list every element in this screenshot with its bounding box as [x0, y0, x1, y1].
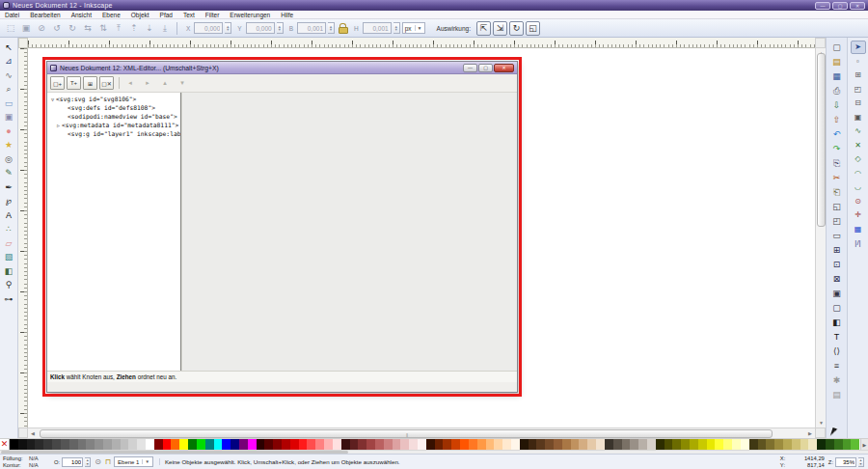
- tool-button[interactable]: ⊶: [2, 292, 16, 306]
- command-button[interactable]: ✂: [829, 171, 845, 184]
- dialog-titlebar[interactable]: Neues Dokument 12: XML-Editor... (Umscha…: [47, 62, 517, 74]
- command-button[interactable]: ▣: [829, 287, 845, 300]
- lock-ratio-icon[interactable]: [339, 23, 346, 33]
- toolbar-button[interactable]: ⇆: [81, 21, 95, 35]
- tool-button[interactable]: A: [2, 208, 16, 222]
- tool-button[interactable]: ●: [2, 124, 16, 138]
- height-field[interactable]: [363, 22, 392, 34]
- xml-tree[interactable]: ▽ <svg:svg id="svg8106"> <svg:defs id="d…: [47, 93, 182, 371]
- command-button[interactable]: ≡: [829, 359, 845, 372]
- snap-button[interactable]: ➤: [851, 41, 866, 54]
- affect-toggle-button[interactable]: ◱: [526, 21, 540, 36]
- width-field[interactable]: [297, 22, 326, 34]
- menu-item[interactable]: Ansicht: [70, 12, 93, 18]
- snap-button[interactable]: ⊞: [851, 69, 866, 82]
- tool-button[interactable]: ↖: [2, 41, 16, 54]
- tool-button[interactable]: ✒: [2, 180, 16, 194]
- xml-tree-node[interactable]: ▷ <svg:metadata id="metadata8111">: [47, 121, 180, 129]
- expander-icon[interactable]: ▷: [55, 123, 62, 128]
- tool-button[interactable]: ★: [2, 139, 16, 152]
- tool-button[interactable]: ∴: [2, 223, 16, 236]
- toolbar-button[interactable]: ⇣: [143, 21, 156, 35]
- toolbar-button[interactable]: ↻: [66, 21, 79, 35]
- snap-button[interactable]: ▦: [851, 223, 866, 236]
- opacity-spinner[interactable]: ▲▼: [85, 457, 91, 467]
- affect-toggle-button[interactable]: ⇲: [493, 21, 507, 36]
- palette-none-swatch[interactable]: ✕: [0, 439, 10, 450]
- menu-item[interactable]: Objekt: [130, 12, 150, 18]
- dialog-resize-area[interactable]: [47, 382, 517, 392]
- tool-button[interactable]: ▧: [2, 251, 16, 264]
- horizontal-scrollbar-thumb[interactable]: ‖: [40, 429, 773, 438]
- fill-value[interactable]: N/A: [29, 455, 50, 461]
- tool-button[interactable]: ◎: [2, 152, 16, 166]
- toolbar-button[interactable]: ⬚: [4, 21, 17, 35]
- stroke-value[interactable]: N/A: [29, 462, 50, 468]
- snap-button[interactable]: ◡: [851, 180, 866, 194]
- x-spinner[interactable]: ▲▼: [225, 22, 231, 34]
- command-button[interactable]: ⎗: [829, 185, 845, 199]
- xml-tree-node[interactable]: <sodipodi:namedview id="base">: [47, 112, 180, 121]
- affect-toggle-button[interactable]: ⇱: [476, 21, 491, 36]
- menu-item[interactable]: Text: [182, 12, 196, 18]
- window-control-button[interactable]: ▢: [832, 2, 848, 10]
- menu-item[interactable]: Pfad: [159, 12, 174, 18]
- command-button[interactable]: ↶: [829, 127, 845, 141]
- dialog-control-button[interactable]: ✕: [494, 64, 514, 72]
- command-button[interactable]: ◧: [829, 316, 845, 329]
- vertical-scrollbar[interactable]: ▲ ▼: [815, 48, 826, 428]
- snap-button[interactable]: ◠: [851, 167, 866, 180]
- dialog-control-button[interactable]: ▢: [478, 64, 493, 72]
- snap-button[interactable]: ◰: [851, 83, 866, 97]
- toolbar-button[interactable]: ↺: [50, 21, 64, 35]
- y-field[interactable]: [246, 22, 275, 34]
- command-button[interactable]: ⎙: [829, 84, 845, 97]
- command-button[interactable]: ▤: [829, 55, 845, 69]
- snap-button[interactable]: ⊙: [851, 195, 866, 208]
- tool-button[interactable]: ∿: [2, 69, 16, 82]
- command-button[interactable]: ⊞: [829, 243, 845, 257]
- xml-node-button[interactable]: ▢+: [50, 76, 65, 90]
- width-spinner[interactable]: ▲▼: [328, 22, 335, 34]
- snap-button[interactable]: ⊟: [851, 97, 866, 110]
- height-spinner[interactable]: ▲▼: [393, 22, 400, 34]
- palette-scroll-arrow[interactable]: ▶: [860, 439, 868, 450]
- horizontal-scrollbar[interactable]: ◀ ‖ ▶: [28, 428, 815, 438]
- snap-button[interactable]: |/|: [851, 236, 866, 250]
- tool-button[interactable]: ⊿: [2, 55, 16, 69]
- command-button[interactable]: ↷: [829, 142, 845, 155]
- layer-lock-icon[interactable]: ⊓: [105, 457, 111, 466]
- opacity-field[interactable]: [62, 457, 83, 467]
- snap-button[interactable]: ◇: [851, 152, 866, 166]
- tool-button[interactable]: ▣: [2, 111, 16, 124]
- tool-button[interactable]: ⌕: [2, 83, 16, 97]
- tool-button[interactable]: ℘: [2, 195, 16, 208]
- xml-nav-button[interactable]: ◂: [124, 77, 136, 89]
- xml-tree-node[interactable]: <svg:defs id="defs8108">: [47, 103, 180, 112]
- toolbar-button[interactable]: ⤓: [158, 21, 172, 35]
- menu-item[interactable]: Ebene: [101, 12, 122, 18]
- snap-button[interactable]: ▣: [851, 111, 866, 124]
- xml-node-button[interactable]: T+: [67, 76, 81, 90]
- toolbar-button[interactable]: ⤒: [112, 21, 125, 35]
- menu-item[interactable]: Datei: [4, 12, 20, 18]
- xml-nav-button[interactable]: ▸: [142, 77, 153, 89]
- command-button[interactable]: ◰: [829, 214, 845, 228]
- snap-button[interactable]: ✛: [851, 208, 866, 222]
- horizontal-ruler[interactable]: [28, 38, 815, 48]
- toolbar-button[interactable]: ▣: [19, 21, 33, 35]
- zoom-field[interactable]: [835, 457, 856, 467]
- command-button[interactable]: ⇩: [829, 98, 845, 112]
- xml-nav-button[interactable]: ▴: [159, 77, 171, 89]
- command-button[interactable]: ▭: [829, 229, 845, 242]
- command-button[interactable]: ▢: [829, 301, 845, 315]
- xml-node-button[interactable]: ⊞: [83, 76, 97, 90]
- command-button[interactable]: ▦: [829, 69, 845, 83]
- tool-button[interactable]: ◧: [2, 264, 16, 278]
- toolbar-button[interactable]: ⇅: [96, 21, 110, 35]
- command-button[interactable]: ⇧: [829, 113, 845, 126]
- vertical-ruler[interactable]: [18, 48, 28, 428]
- command-button[interactable]: ⟨⟩: [829, 345, 845, 358]
- command-button[interactable]: ◱: [829, 200, 845, 213]
- xml-tree-node[interactable]: ▽ <svg:svg id="svg8106">: [47, 95, 180, 103]
